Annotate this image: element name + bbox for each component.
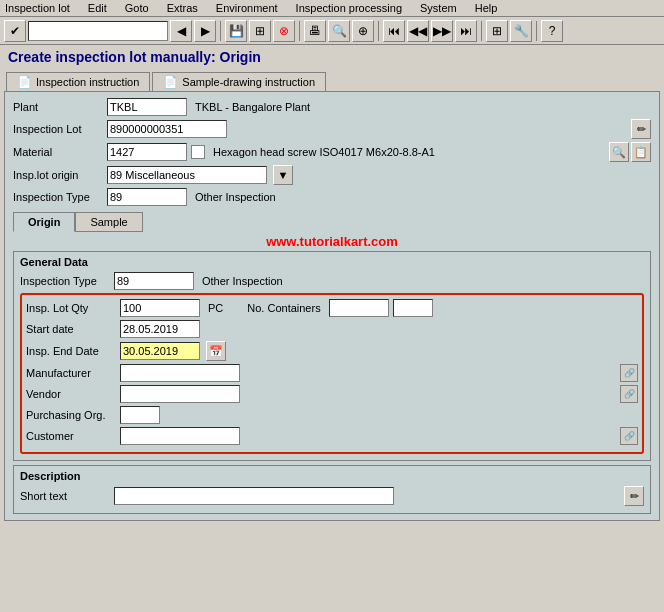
inspection-type-desc: Other Inspection <box>195 191 276 203</box>
no-containers-label: No. Containers <box>247 302 320 314</box>
plant-label: Plant <box>13 101 103 113</box>
material-search-btn[interactable]: 🔍 <box>609 142 629 162</box>
tab-sample[interactable]: Sample <box>75 212 142 232</box>
toolbar-sep2 <box>299 21 300 41</box>
short-text-label: Short text <box>20 490 110 502</box>
insp-end-date-input[interactable] <box>120 342 200 360</box>
inspection-lot-label: Inspection Lot <box>13 123 103 135</box>
gd-inspection-type-label: Inspection Type <box>20 275 110 287</box>
grid-btn[interactable]: ⊞ <box>486 20 508 42</box>
material-input[interactable] <box>107 143 187 161</box>
nav-prev-btn[interactable]: ◀ <box>170 20 192 42</box>
inspection-type-input[interactable] <box>107 188 187 206</box>
purchasing-org-input[interactable] <box>120 406 160 424</box>
tab-sample-drawing-label: Sample-drawing instruction <box>182 76 315 88</box>
insp-lot-qty-row: Insp. Lot Qty PC No. Containers <box>26 299 638 317</box>
toolbar-sep4 <box>481 21 482 41</box>
description-title: Description <box>20 470 644 482</box>
menu-inspection-lot[interactable]: Inspection lot <box>2 1 73 15</box>
save-btn[interactable]: 💾 <box>225 20 247 42</box>
nav-next-btn[interactable]: ▶ <box>194 20 216 42</box>
insp-lot-qty-label: Insp. Lot Qty <box>26 302 116 314</box>
menu-edit[interactable]: Edit <box>85 1 110 15</box>
customer-input[interactable] <box>120 427 240 445</box>
menu-system[interactable]: System <box>417 1 460 15</box>
first-btn[interactable]: ⏮ <box>383 20 405 42</box>
insp-lot-origin-label: Insp.lot origin <box>13 169 103 181</box>
manufacturer-label: Manufacturer <box>26 367 116 379</box>
customer-icon-btn[interactable]: 🔗 <box>620 427 638 445</box>
next-page-btn[interactable]: ▶▶ <box>431 20 453 42</box>
vendor-label: Vendor <box>26 388 116 400</box>
tab-sample-drawing-instruction[interactable]: 📄 Sample-drawing instruction <box>152 72 326 91</box>
last-btn[interactable]: ⏭ <box>455 20 477 42</box>
menu-inspection-processing[interactable]: Inspection processing <box>293 1 405 15</box>
customer-row: Customer 🔗 <box>26 427 638 445</box>
find-next-btn[interactable]: ⊕ <box>352 20 374 42</box>
menu-goto[interactable]: Goto <box>122 1 152 15</box>
short-text-input[interactable] <box>114 487 394 505</box>
insp-lot-qty-unit: PC <box>208 302 223 314</box>
page-title: Create inspection lot manually: Origin <box>0 45 664 69</box>
insp-lot-origin-input[interactable] <box>107 166 267 184</box>
help-toolbar-btn[interactable]: ? <box>541 20 563 42</box>
short-text-row: Short text ✏ <box>20 486 644 506</box>
material-label: Material <box>13 146 103 158</box>
tab-row: 📄 Inspection instruction 📄 Sample-drawin… <box>0 69 664 91</box>
toolbar-sep1 <box>220 21 221 41</box>
edit-icon-btn[interactable]: ✏ <box>631 119 651 139</box>
manufacturer-input[interactable] <box>120 364 240 382</box>
stop-btn[interactable]: ⊗ <box>273 20 295 42</box>
tab-origin[interactable]: Origin <box>13 212 75 232</box>
manufacturer-row: Manufacturer 🔗 <box>26 364 638 382</box>
manufacturer-icon-btn[interactable]: 🔗 <box>620 364 638 382</box>
customer-label: Customer <box>26 430 116 442</box>
purchasing-org-row: Purchasing Org. <box>26 406 638 424</box>
vendor-row: Vendor 🔗 <box>26 385 638 403</box>
purchasing-org-label: Purchasing Org. <box>26 409 116 421</box>
folder-icon-2: 📄 <box>163 75 178 89</box>
menu-environment[interactable]: Environment <box>213 1 281 15</box>
insp-end-date-label: Insp. End Date <box>26 345 116 357</box>
calendar-btn[interactable]: 📅 <box>206 341 226 361</box>
options-btn[interactable]: 🔧 <box>510 20 532 42</box>
vendor-input[interactable] <box>120 385 240 403</box>
general-data-section: General Data Inspection Type Other Inspe… <box>13 251 651 461</box>
highlighted-section: Insp. Lot Qty PC No. Containers Start da… <box>20 293 644 454</box>
checkmark-btn[interactable]: ✔ <box>4 20 26 42</box>
insp-lot-qty-input[interactable] <box>120 299 200 317</box>
material-desc: Hexagon head screw ISO4017 M6x20-8.8-A1 <box>213 146 435 158</box>
inspection-lot-input[interactable] <box>107 120 227 138</box>
main-area: Plant TKBL - Bangalore Plant Inspection … <box>4 91 660 521</box>
tab-inspection-instruction-label: Inspection instruction <box>36 76 139 88</box>
folder-icon-1: 📄 <box>17 75 32 89</box>
watermark: www.tutorialkart.com <box>13 234 651 249</box>
menu-extras[interactable]: Extras <box>164 1 201 15</box>
short-text-edit-btn[interactable]: ✏ <box>624 486 644 506</box>
gd-inspection-type-input[interactable] <box>114 272 194 290</box>
prev-btn[interactable]: ◀◀ <box>407 20 429 42</box>
start-date-input[interactable] <box>120 320 200 338</box>
toolbar: ✔ ◀ ▶ 💾 ⊞ ⊗ 🖶 🔍 ⊕ ⏮ ◀◀ ▶▶ ⏭ ⊞ 🔧 ? <box>0 17 664 45</box>
menu-help[interactable]: Help <box>472 1 501 15</box>
insp-lot-origin-dropdown[interactable]: ▼ <box>273 165 293 185</box>
plant-input[interactable] <box>107 98 187 116</box>
inspection-lot-row: Inspection Lot ✏ <box>13 119 651 139</box>
shortcut-btn[interactable]: ⊞ <box>249 20 271 42</box>
print-btn[interactable]: 🖶 <box>304 20 326 42</box>
general-data-title: General Data <box>20 256 644 268</box>
tab-inspection-instruction[interactable]: 📄 Inspection instruction <box>6 72 150 91</box>
vendor-icon-btn[interactable]: 🔗 <box>620 385 638 403</box>
command-input[interactable] <box>28 21 168 41</box>
description-section: Description Short text ✏ <box>13 465 651 514</box>
material-detail-btn[interactable]: 📋 <box>631 142 651 162</box>
no-containers-input2[interactable] <box>393 299 433 317</box>
content-tabs: Origin Sample <box>13 212 651 232</box>
material-checkbox[interactable] <box>191 145 205 159</box>
no-containers-input1[interactable] <box>329 299 389 317</box>
gd-inspection-type-desc: Other Inspection <box>202 275 283 287</box>
insp-lot-origin-row: Insp.lot origin ▼ <box>13 165 651 185</box>
toolbar-sep3 <box>378 21 379 41</box>
inspection-type-row: Inspection Type Other Inspection <box>13 188 651 206</box>
find-btn[interactable]: 🔍 <box>328 20 350 42</box>
